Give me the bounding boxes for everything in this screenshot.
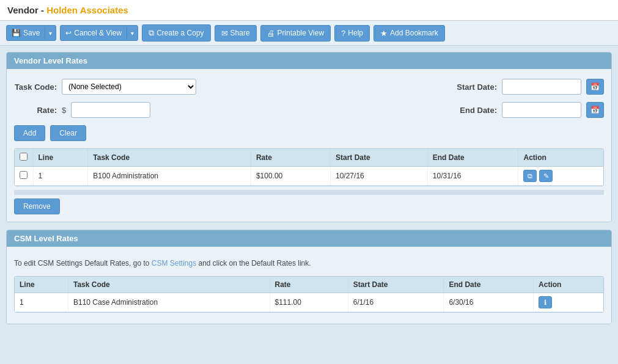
save-icon: 💾 — [12, 29, 21, 37]
main-content: Vendor Level Rates Task Code: (None Sele… — [0, 46, 618, 338]
vendor-col-start-date: Start Date — [331, 149, 428, 167]
help-button[interactable]: ? Help — [334, 25, 370, 42]
add-bookmark-label: Add Bookmark — [390, 29, 438, 37]
vendor-table: Line Task Code Rate Start Date End Date … — [15, 149, 603, 186]
clear-button[interactable]: Clear — [50, 125, 86, 141]
save-button-split[interactable]: 💾 Save ▾ — [6, 25, 56, 41]
cancel-view-dropdown-arrow[interactable]: ▾ — [127, 27, 138, 40]
print-icon: 🖨 — [267, 29, 275, 38]
rate-input[interactable] — [71, 102, 150, 118]
copy-icon: ⧉ — [149, 28, 154, 38]
vendor-col-end-date: End Date — [427, 149, 518, 167]
start-date-label: Start Date: — [454, 82, 497, 92]
end-date-label: End Date: — [454, 106, 497, 115]
csm-col-end-date: End Date — [444, 277, 534, 293]
page-title: Vendor - Holden Associates — [7, 5, 128, 15]
add-button[interactable]: Add — [14, 125, 45, 141]
toolbar: 💾 Save ▾ ↩ Cancel & View ▾ ⧉ Create a Co… — [0, 21, 618, 46]
vendor-copy-row-button[interactable]: ⧉ — [523, 170, 537, 182]
csm-col-action: Action — [534, 277, 603, 293]
csm-col-line: Line — [15, 277, 68, 293]
csm-level-rates-panel: CSM Level Rates To edit CSM Settings Def… — [6, 230, 612, 324]
csm-row-end-date: 6/30/16 — [444, 293, 534, 312]
vendor-row-start-date: 10/27/16 — [331, 167, 428, 186]
end-date-group: End Date: 📅 — [454, 102, 604, 118]
start-date-group: Start Date: 📅 — [454, 79, 604, 95]
csm-settings-link[interactable]: CSM Settings — [152, 259, 196, 268]
task-code-group: Task Code: (None Selected) B100 Administ… — [14, 79, 196, 95]
csm-panel-body: To edit CSM Settings Default Rates, go t… — [7, 247, 611, 324]
csm-note-suffix: and click on the Default Rates link. — [196, 259, 311, 268]
cancel-view-main[interactable]: ↩ Cancel & View — [61, 26, 127, 40]
vendor-form-row-2: Rate: $ End Date: 📅 — [14, 102, 604, 118]
help-icon: ? — [341, 29, 345, 38]
csm-row-rate: $111.00 — [270, 293, 348, 312]
cancel-view-label: Cancel & View — [74, 29, 122, 37]
csm-note: To edit CSM Settings Default Rates, go t… — [14, 257, 604, 270]
create-copy-button[interactable]: ⧉ Create a Copy — [142, 24, 210, 42]
remove-button[interactable]: Remove — [14, 198, 60, 214]
vendor-action-row: Add Clear — [14, 125, 604, 141]
vendor-row-checkbox-cell — [15, 167, 33, 186]
vendor-row-task-code: B100 Administration — [88, 167, 251, 186]
vendor-form-row-1: Task Code: (None Selected) B100 Administ… — [14, 79, 604, 95]
share-icon: ✉ — [221, 29, 228, 38]
csm-col-task-code: Task Code — [68, 277, 270, 293]
rate-group: Rate: $ — [14, 102, 150, 118]
vendor-level-rates-panel: Vendor Level Rates Task Code: (None Sele… — [6, 52, 612, 222]
csm-row-task-code: B110 Case Administration — [68, 293, 270, 312]
vendor-panel-title: Vendor Level Rates — [14, 56, 87, 65]
title-highlight: Holden Associates — [46, 5, 128, 15]
csm-note-prefix: To edit CSM Settings Default Rates, go t… — [14, 259, 152, 268]
vendor-panel-header: Vendor Level Rates — [7, 53, 611, 69]
create-copy-label: Create a Copy — [156, 29, 204, 37]
title-bar: Vendor - Holden Associates — [0, 0, 618, 21]
share-button[interactable]: ✉ Share — [215, 25, 257, 42]
start-date-calendar-button[interactable]: 📅 — [586, 79, 604, 95]
vendor-table-scroll-hint — [14, 190, 604, 195]
task-code-label: Task Code: — [14, 82, 57, 92]
share-label: Share — [230, 29, 250, 37]
csm-row-action: ℹ — [534, 293, 603, 312]
end-date-input[interactable] — [502, 102, 581, 118]
vendor-col-line: Line — [33, 149, 88, 167]
vendor-panel-body: Task Code: (None Selected) B100 Administ… — [7, 69, 611, 222]
add-bookmark-button[interactable]: ★ Add Bookmark — [373, 25, 445, 42]
csm-panel-title: CSM Level Rates — [14, 234, 78, 243]
vendor-table-wrapper: Line Task Code Rate Start Date End Date … — [14, 148, 604, 186]
printable-view-label: Printable View — [278, 29, 325, 37]
csm-row-start-date: 6/1/16 — [348, 293, 444, 312]
save-dropdown-arrow[interactable]: ▾ — [45, 27, 56, 40]
csm-panel-header: CSM Level Rates — [7, 230, 611, 247]
end-date-calendar-button[interactable]: 📅 — [586, 102, 604, 118]
printable-view-button[interactable]: 🖨 Printable View — [260, 25, 331, 42]
vendor-edit-row-button[interactable]: ✎ — [539, 170, 553, 182]
cancel-view-button-split[interactable]: ↩ Cancel & View ▾ — [60, 25, 138, 41]
start-date-input[interactable] — [502, 79, 581, 95]
vendor-col-action: Action — [518, 149, 603, 167]
csm-table-wrapper: Line Task Code Rate Start Date End Date … — [14, 276, 604, 313]
vendor-select-all-checkbox[interactable] — [20, 153, 28, 161]
table-row: 1 B100 Administration $100.00 10/27/16 1… — [15, 167, 603, 186]
vendor-row-end-date: 10/31/16 — [427, 167, 518, 186]
vendor-row-checkbox[interactable] — [20, 171, 28, 179]
vendor-col-task-code: Task Code — [88, 149, 251, 167]
csm-table-header-row: Line Task Code Rate Start Date End Date … — [15, 277, 603, 293]
save-label: Save — [23, 29, 40, 37]
cancel-icon: ↩ — [65, 29, 72, 37]
title-prefix: Vendor - — [7, 5, 46, 15]
currency-symbol: $ — [62, 106, 66, 115]
csm-col-start-date: Start Date — [348, 277, 444, 293]
csm-info-row-button[interactable]: ℹ — [539, 296, 552, 308]
vendor-row-rate: $100.00 — [251, 167, 330, 186]
table-row: 1 B110 Case Administration $111.00 6/1/1… — [15, 293, 603, 312]
vendor-table-header-row: Line Task Code Rate Start Date End Date … — [15, 149, 603, 167]
vendor-col-rate: Rate — [251, 149, 330, 167]
save-main[interactable]: 💾 Save — [7, 26, 45, 40]
vendor-row-action: ⧉ ✎ — [518, 167, 603, 186]
help-label: Help — [348, 29, 363, 37]
task-code-select[interactable]: (None Selected) B100 Administration B110… — [62, 79, 196, 95]
csm-col-rate: Rate — [270, 277, 348, 293]
vendor-action-icons: ⧉ ✎ — [523, 170, 598, 182]
csm-row-line: 1 — [15, 293, 68, 312]
